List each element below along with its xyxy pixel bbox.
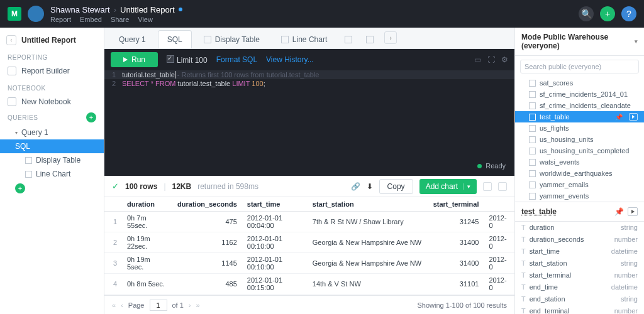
chevron-down-icon: ▾ — [635, 38, 638, 45]
caret-down-icon: ▾ — [15, 130, 18, 136]
sql-editor[interactable]: 1tutorial.test_table - Returns first 100… — [104, 70, 514, 176]
chevron-down-icon[interactable]: ▾ — [463, 183, 470, 190]
column-header[interactable]: start_terminal — [428, 197, 484, 212]
pager-next[interactable]: › — [189, 301, 191, 309]
preview-icon[interactable] — [629, 113, 638, 121]
format-sql-link[interactable]: Format SQL — [216, 55, 257, 64]
schema-table-item[interactable]: us_housing_units — [515, 134, 644, 145]
schema-column[interactable]: Tstart_timedatetime — [515, 246, 644, 257]
schema-table-item[interactable]: sf_crime_incidents_cleandate — [515, 100, 644, 111]
tab-bar: Query 1 SQL Display Table Line Chart › — [104, 28, 514, 49]
page-input[interactable] — [150, 300, 167, 311]
help-button[interactable]: ? — [621, 6, 636, 21]
link-icon[interactable]: 🔗 — [351, 182, 360, 191]
tab-sql[interactable]: SQL — [158, 30, 192, 48]
table-row[interactable]: 30h 19m 5sec.11452012-01-01 00:10:00Geor… — [104, 253, 514, 274]
layout-icon[interactable]: ▭ — [474, 55, 481, 64]
pin-icon[interactable]: 📌 — [614, 207, 624, 216]
schema-column[interactable]: Tdurationstring — [515, 222, 644, 234]
table-icon — [529, 193, 536, 200]
layout-toggle-2[interactable] — [498, 182, 507, 191]
add-chart-button[interactable]: Add chart▾ — [419, 179, 477, 194]
schema-table-item[interactable]: watsi_events — [515, 156, 644, 168]
sidebar-item-report-builder[interactable]: Report Builder — [0, 63, 104, 78]
pager-last[interactable]: » — [196, 301, 200, 309]
schema-column[interactable]: Tend_stationstring — [515, 293, 644, 305]
preview-button[interactable] — [628, 207, 638, 216]
schema-table-item[interactable]: us_housing_units_completed — [515, 145, 644, 156]
schema-table-item[interactable]: sat_scores — [515, 77, 644, 89]
layout-toggle-1[interactable] — [483, 182, 492, 191]
download-icon[interactable]: ⬇ — [367, 182, 373, 191]
schema-table-name[interactable]: test_table — [521, 207, 557, 216]
tab-query-1[interactable]: Query 1 — [109, 30, 155, 48]
schema-column[interactable]: Tend_timedatetime — [515, 281, 644, 293]
sidebar-item-line-chart[interactable]: Line Chart — [0, 167, 104, 181]
column-header[interactable]: duration_seconds — [172, 197, 242, 212]
add-chart-button[interactable]: + — [15, 183, 25, 193]
topbar: M Shawna Stewart › Untitled Report Repor… — [0, 0, 644, 28]
tabs-scroll-right[interactable]: › — [384, 31, 397, 44]
report-builder-icon — [8, 67, 16, 75]
column-header[interactable]: start_station — [308, 197, 428, 212]
column-header[interactable]: start_time — [242, 197, 308, 212]
column-header[interactable] — [484, 197, 514, 212]
collapse-sidebar-button[interactable]: ‹ — [6, 35, 16, 45]
view-history-link[interactable]: View History... — [266, 55, 314, 64]
schema-column[interactable]: Tduration_secondsnumber — [515, 234, 644, 246]
limit-checkbox[interactable]: Limit 100 — [167, 55, 208, 65]
warehouse-selector[interactable]: Mode Public Warehouse (everyone)▾ — [515, 28, 644, 56]
table-icon — [529, 102, 536, 109]
app-logo[interactable]: M — [8, 7, 21, 21]
schema-table-item[interactable]: us_flights — [515, 122, 644, 134]
menu-view[interactable]: View — [138, 16, 153, 23]
pager-prev[interactable]: ‹ — [121, 301, 123, 309]
sidebar-item-query-1[interactable]: ▾Query 1 — [0, 126, 104, 139]
section-reporting: REPORTING — [0, 48, 104, 63]
sidebar-item-new-notebook[interactable]: New Notebook — [0, 94, 104, 109]
add-query-button[interactable]: + — [86, 112, 96, 122]
table-icon — [529, 148, 536, 154]
schema-table-item[interactable]: sf_crime_incidents_2014_01 — [515, 89, 644, 100]
tab-add-chart[interactable] — [360, 30, 379, 48]
table-row[interactable]: 20h 19m 22sec.11622012-01-01 00:10:00Geo… — [104, 232, 514, 253]
column-header[interactable]: duration — [122, 197, 172, 212]
settings-icon[interactable]: ⚙ — [501, 55, 508, 64]
sidebar-item-sql[interactable]: SQL — [0, 139, 104, 153]
schema-table-item[interactable]: worldwide_earthquakes — [515, 168, 644, 179]
success-icon: ✓ — [112, 181, 119, 191]
table-icon — [529, 91, 536, 98]
report-title[interactable]: Untitled Report — [120, 5, 175, 14]
schema-table-item[interactable]: yammer_emails — [515, 179, 644, 190]
workspace-icon[interactable] — [28, 6, 44, 22]
menu-share[interactable]: Share — [111, 16, 129, 23]
table-icon — [204, 36, 211, 43]
expand-icon[interactable]: ⛶ — [487, 55, 495, 64]
create-button[interactable]: + — [600, 6, 615, 21]
breadcrumb-owner[interactable]: Shawna Stewart — [50, 5, 110, 14]
table-row[interactable]: 10h 7m 55sec.4752012-01-01 00:04:007th &… — [104, 212, 514, 232]
pager-first[interactable]: « — [112, 301, 116, 309]
tab-display-table[interactable]: Display Table — [194, 30, 269, 48]
schema-panel: Mode Public Warehouse (everyone)▾ Search… — [514, 28, 644, 314]
copy-button[interactable]: Copy — [379, 179, 413, 194]
menu-embed[interactable]: Embed — [80, 16, 102, 23]
search-button[interactable]: 🔍 — [579, 6, 594, 21]
run-button[interactable]: Run — [111, 52, 158, 67]
line-chart-icon — [25, 171, 32, 178]
schema-search-input[interactable]: Search public (everyone) — [520, 60, 639, 73]
schema-table-item[interactable]: yammer_events — [515, 190, 644, 202]
results-table[interactable]: durationduration_secondsstart_timestart_… — [104, 197, 514, 295]
table-row[interactable]: 40h 8m 5sec.4852012-01-01 00:15:0014th &… — [104, 274, 514, 295]
pin-icon[interactable]: 📌 — [615, 114, 623, 121]
tab-line-chart[interactable]: Line Chart — [272, 30, 336, 48]
schema-table-item[interactable]: test_table📌 — [515, 111, 644, 122]
menu-report[interactable]: Report — [50, 16, 71, 23]
sidebar-item-display-table[interactable]: Display Table — [0, 153, 104, 167]
result-timing: returned in 598ms — [197, 182, 258, 191]
schema-column[interactable]: Tstart_terminalnumber — [515, 269, 644, 281]
checkbox-icon — [167, 55, 174, 63]
schema-column[interactable]: Tend_terminalnumber — [515, 305, 644, 314]
schema-column[interactable]: Tstart_stationstring — [515, 257, 644, 269]
tab-add-table[interactable] — [339, 30, 358, 48]
